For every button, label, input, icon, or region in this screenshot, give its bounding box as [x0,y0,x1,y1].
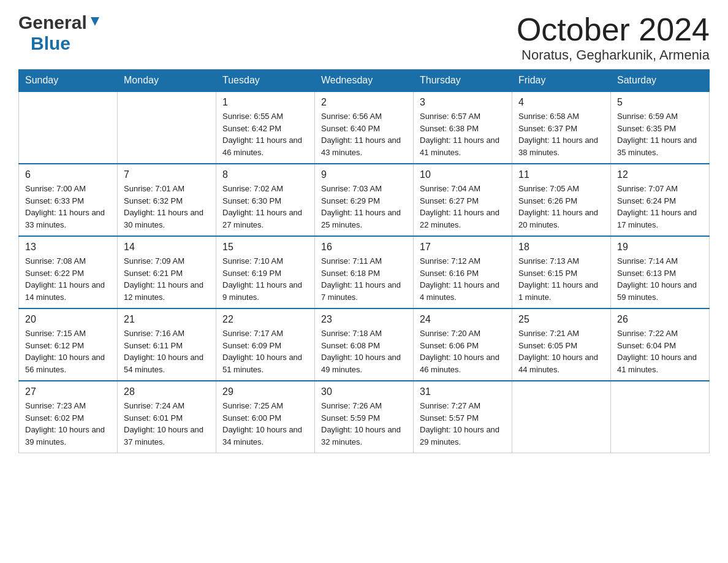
day-info: Sunrise: 7:09 AMSunset: 6:21 PMDaylight:… [124,255,210,303]
calendar-week-row: 6Sunrise: 7:00 AMSunset: 6:33 PMDaylight… [19,164,710,236]
day-info: Sunrise: 7:18 AMSunset: 6:08 PMDaylight:… [321,327,407,375]
calendar-table: Sunday Monday Tuesday Wednesday Thursday… [18,69,710,453]
day-number: 15 [222,242,308,253]
day-number: 26 [617,314,703,325]
calendar-cell: 11Sunrise: 7:05 AMSunset: 6:26 PMDayligh… [512,164,611,236]
day-number: 6 [25,169,111,180]
calendar-cell: 21Sunrise: 7:16 AMSunset: 6:11 PMDayligh… [118,308,216,381]
day-info: Sunrise: 7:00 AMSunset: 6:33 PMDaylight:… [25,183,111,231]
logo: General Blue [18,12,102,54]
day-number: 29 [222,386,308,397]
calendar-cell [19,91,118,164]
day-info: Sunrise: 7:12 AMSunset: 6:16 PMDaylight:… [420,255,506,303]
logo-general-text: General [18,12,87,33]
day-number: 5 [617,97,703,108]
day-number: 7 [124,169,210,180]
calendar-cell: 12Sunrise: 7:07 AMSunset: 6:24 PMDayligh… [611,164,710,236]
calendar-cell: 26Sunrise: 7:22 AMSunset: 6:04 PMDayligh… [611,308,710,381]
col-wednesday: Wednesday [315,70,414,92]
day-info: Sunrise: 7:08 AMSunset: 6:22 PMDaylight:… [25,255,111,303]
calendar-cell: 6Sunrise: 7:00 AMSunset: 6:33 PMDaylight… [19,164,118,236]
day-info: Sunrise: 7:25 AMSunset: 6:00 PMDaylight:… [222,400,308,448]
calendar-week-row: 27Sunrise: 7:23 AMSunset: 6:02 PMDayligh… [19,381,710,453]
day-number: 12 [617,169,703,180]
calendar-cell: 15Sunrise: 7:10 AMSunset: 6:19 PMDayligh… [216,236,315,308]
col-saturday: Saturday [611,70,710,92]
logo-arrow-icon [88,15,102,31]
day-info: Sunrise: 7:01 AMSunset: 6:32 PMDaylight:… [124,183,210,231]
location-subtitle: Noratus, Gegharkunik, Armenia [517,47,710,63]
day-number: 4 [518,97,604,108]
page-header: General Blue October 2024 Noratus, Gegha… [18,12,710,63]
day-number: 28 [124,386,210,397]
day-number: 11 [518,169,604,180]
day-info: Sunrise: 6:57 AMSunset: 6:38 PMDaylight:… [420,110,506,158]
calendar-cell: 20Sunrise: 7:15 AMSunset: 6:12 PMDayligh… [19,308,118,381]
col-friday: Friday [512,70,611,92]
day-info: Sunrise: 7:07 AMSunset: 6:24 PMDaylight:… [617,183,703,231]
calendar-cell: 13Sunrise: 7:08 AMSunset: 6:22 PMDayligh… [19,236,118,308]
day-number: 23 [321,314,407,325]
calendar-cell: 4Sunrise: 6:58 AMSunset: 6:37 PMDaylight… [512,91,611,164]
calendar-cell: 16Sunrise: 7:11 AMSunset: 6:18 PMDayligh… [315,236,414,308]
calendar-week-row: 20Sunrise: 7:15 AMSunset: 6:12 PMDayligh… [19,308,710,381]
day-number: 18 [518,242,604,253]
calendar-cell: 19Sunrise: 7:14 AMSunset: 6:13 PMDayligh… [611,236,710,308]
day-number: 30 [321,386,407,397]
calendar-cell: 28Sunrise: 7:24 AMSunset: 6:01 PMDayligh… [118,381,216,453]
day-info: Sunrise: 6:56 AMSunset: 6:40 PMDaylight:… [321,110,407,158]
day-info: Sunrise: 7:05 AMSunset: 6:26 PMDaylight:… [518,183,604,231]
calendar-cell: 8Sunrise: 7:02 AMSunset: 6:30 PMDaylight… [216,164,315,236]
calendar-cell: 14Sunrise: 7:09 AMSunset: 6:21 PMDayligh… [118,236,216,308]
col-thursday: Thursday [414,70,512,92]
calendar-week-row: 1Sunrise: 6:55 AMSunset: 6:42 PMDaylight… [19,91,710,164]
day-number: 1 [222,97,308,108]
calendar-cell: 3Sunrise: 6:57 AMSunset: 6:38 PMDaylight… [414,91,512,164]
calendar-cell: 5Sunrise: 6:59 AMSunset: 6:35 PMDaylight… [611,91,710,164]
calendar-cell [118,91,216,164]
day-info: Sunrise: 7:26 AMSunset: 5:59 PMDaylight:… [321,400,407,448]
day-number: 8 [222,169,308,180]
day-number: 21 [124,314,210,325]
day-info: Sunrise: 7:24 AMSunset: 6:01 PMDaylight:… [124,400,210,448]
day-number: 31 [420,386,506,397]
day-info: Sunrise: 7:14 AMSunset: 6:13 PMDaylight:… [617,255,703,303]
day-info: Sunrise: 7:11 AMSunset: 6:18 PMDaylight:… [321,255,407,303]
day-info: Sunrise: 7:20 AMSunset: 6:06 PMDaylight:… [420,327,506,375]
day-number: 9 [321,169,407,180]
day-info: Sunrise: 6:59 AMSunset: 6:35 PMDaylight:… [617,110,703,158]
calendar-cell: 27Sunrise: 7:23 AMSunset: 6:02 PMDayligh… [19,381,118,453]
calendar-cell: 22Sunrise: 7:17 AMSunset: 6:09 PMDayligh… [216,308,315,381]
day-info: Sunrise: 7:23 AMSunset: 6:02 PMDaylight:… [25,400,111,448]
calendar-cell: 10Sunrise: 7:04 AMSunset: 6:27 PMDayligh… [414,164,512,236]
calendar-cell [512,381,611,453]
calendar-cell: 25Sunrise: 7:21 AMSunset: 6:05 PMDayligh… [512,308,611,381]
calendar-cell: 17Sunrise: 7:12 AMSunset: 6:16 PMDayligh… [414,236,512,308]
calendar-header-row: Sunday Monday Tuesday Wednesday Thursday… [19,70,710,92]
calendar-cell: 31Sunrise: 7:27 AMSunset: 5:57 PMDayligh… [414,381,512,453]
day-number: 2 [321,97,407,108]
calendar-cell: 23Sunrise: 7:18 AMSunset: 6:08 PMDayligh… [315,308,414,381]
day-number: 25 [518,314,604,325]
calendar-cell: 2Sunrise: 6:56 AMSunset: 6:40 PMDaylight… [315,91,414,164]
col-sunday: Sunday [19,70,118,92]
day-info: Sunrise: 7:22 AMSunset: 6:04 PMDaylight:… [617,327,703,375]
title-section: October 2024 Noratus, Gegharkunik, Armen… [517,12,710,63]
day-info: Sunrise: 7:21 AMSunset: 6:05 PMDaylight:… [518,327,604,375]
day-number: 27 [25,386,111,397]
day-number: 19 [617,242,703,253]
day-info: Sunrise: 7:15 AMSunset: 6:12 PMDaylight:… [25,327,111,375]
day-number: 10 [420,169,506,180]
calendar-cell: 18Sunrise: 7:13 AMSunset: 6:15 PMDayligh… [512,236,611,308]
calendar-cell: 9Sunrise: 7:03 AMSunset: 6:29 PMDaylight… [315,164,414,236]
calendar-cell: 7Sunrise: 7:01 AMSunset: 6:32 PMDaylight… [118,164,216,236]
day-info: Sunrise: 7:16 AMSunset: 6:11 PMDaylight:… [124,327,210,375]
day-info: Sunrise: 7:27 AMSunset: 5:57 PMDaylight:… [420,400,506,448]
page-title: October 2024 [517,12,710,47]
day-info: Sunrise: 7:04 AMSunset: 6:27 PMDaylight:… [420,183,506,231]
col-tuesday: Tuesday [216,70,315,92]
calendar-cell [611,381,710,453]
day-number: 16 [321,242,407,253]
calendar-cell: 24Sunrise: 7:20 AMSunset: 6:06 PMDayligh… [414,308,512,381]
calendar-cell: 29Sunrise: 7:25 AMSunset: 6:00 PMDayligh… [216,381,315,453]
